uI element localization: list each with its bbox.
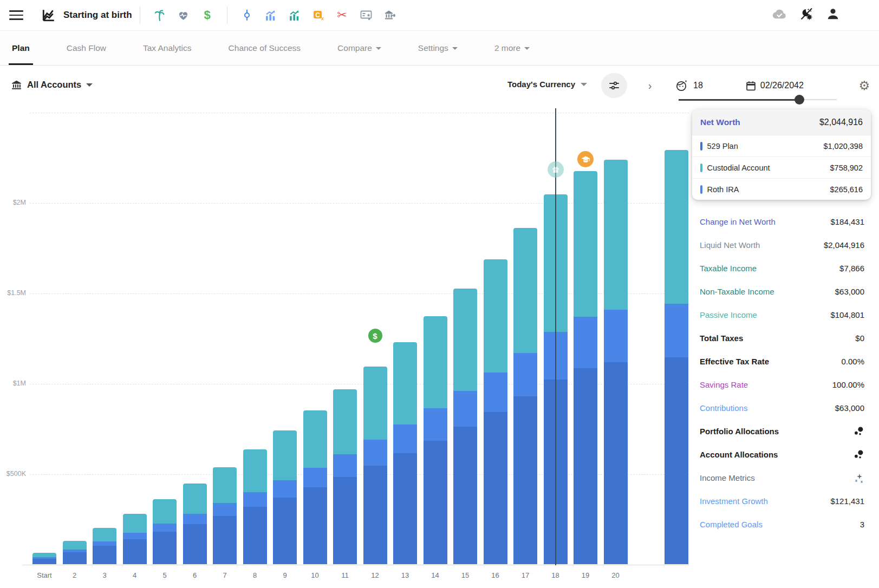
bar-6[interactable]: [183, 484, 207, 564]
tab-settings[interactable]: Settings: [415, 31, 461, 65]
bar-segment-529-plan: [93, 546, 116, 564]
graduation-badge[interactable]: [577, 151, 594, 167]
bubble-chart-icon[interactable]: [853, 449, 864, 460]
metric-label: Taxable Income: [700, 264, 757, 273]
metric-row-non-taxable-income[interactable]: Non-Taxable Income$63,000: [692, 280, 871, 303]
metric-row-portfolio-allocations[interactable]: Portfolio Allocations: [692, 420, 871, 443]
plan-chart-logo-icon: [41, 4, 57, 26]
bar-hidden[interactable]: [665, 150, 688, 564]
chart-filters-button[interactable]: [601, 73, 627, 98]
cut-expenses-scissors-icon[interactable]: ✂: [330, 4, 354, 26]
bar-segment-custodial-account: [574, 171, 597, 317]
app-root: Starting at birth $ Cx ✂: [0, 0, 879, 588]
bar-4[interactable]: [123, 514, 147, 564]
bar-12[interactable]: [363, 367, 387, 564]
age-slider-fill: [679, 99, 799, 101]
gift-badge[interactable]: [548, 161, 564, 178]
metric-row-total-taxes[interactable]: Total Taxes$0: [692, 326, 871, 350]
tab-compare[interactable]: Compare: [334, 31, 385, 65]
bar-8[interactable]: [243, 449, 267, 564]
metric-row-taxable-income[interactable]: Taxable Income$7,866: [692, 257, 871, 280]
metric-row-investment-growth[interactable]: Investment Growth$121,431: [692, 489, 871, 513]
bar-3[interactable]: [93, 528, 116, 564]
net-worth-header-row[interactable]: Net Worth $2,044,916: [692, 109, 871, 135]
plan-title: Starting at birth: [63, 10, 132, 21]
bar-segment-roth-ira: [153, 524, 177, 532]
bar-17[interactable]: [513, 228, 537, 564]
metric-row-account-allocations[interactable]: Account Allocations: [692, 443, 871, 466]
tab-plan[interactable]: Plan: [9, 31, 33, 65]
settings-gear-icon[interactable]: ⚙: [858, 79, 870, 93]
bank-transfer-out-icon[interactable]: [378, 4, 402, 26]
health-heart-icon[interactable]: [172, 4, 196, 26]
bar-segment-529-plan: [123, 539, 147, 564]
bar-segment-529-plan: [32, 559, 56, 564]
metric-row-change-in-net-worth[interactable]: Change in Net Worth$184,431: [692, 210, 871, 233]
panel-collapse-chevron[interactable]: ›: [643, 79, 656, 92]
tab-label: Settings: [418, 43, 448, 53]
dollar-badge[interactable]: $: [367, 328, 383, 344]
bar-segment-529-plan: [393, 453, 417, 564]
metric-row-effective-tax-rate[interactable]: Effective Tax Rate0.00%: [692, 350, 871, 373]
currency-mode-dropdown[interactable]: Today's Currency: [507, 80, 587, 89]
bar-Start[interactable]: [32, 553, 56, 564]
accounts-filter-dropdown[interactable]: All Accounts: [11, 79, 93, 90]
tab-cash-flow[interactable]: Cash Flow: [63, 31, 109, 65]
bar-16[interactable]: [484, 259, 507, 564]
tab-2-more[interactable]: 2 more: [491, 31, 533, 65]
growth-chart-green-icon[interactable]: [283, 4, 307, 26]
metric-value: $0: [855, 334, 864, 343]
retirement-palm-icon[interactable]: [148, 4, 172, 26]
metric-label: Portfolio Allocations: [700, 427, 779, 436]
bar-segment-custodial-account: [484, 259, 507, 373]
tab-label: Tax Analytics: [143, 43, 192, 53]
currency-off-icon[interactable]: Cx: [307, 4, 330, 26]
metric-row-income-metrics[interactable]: Income Metricsxx: [692, 466, 871, 489]
bar-segment-roth-ira: [333, 454, 357, 477]
dark-mode-toggle-icon[interactable]: [799, 6, 814, 24]
bar-20[interactable]: [604, 160, 628, 564]
bubble-chart-icon[interactable]: [853, 426, 864, 437]
bar-segment-529-plan: [273, 498, 297, 564]
bar-5[interactable]: [153, 499, 177, 564]
insights-icon[interactable]: xx: [852, 472, 864, 484]
account-avatar-icon[interactable]: [826, 7, 840, 23]
bar-11[interactable]: [333, 389, 357, 564]
metric-value: 100.00%: [832, 380, 864, 389]
bar-segment-roth-ira: [604, 310, 628, 362]
metric-row-completed-goals[interactable]: Completed Goals3: [692, 513, 871, 536]
bar-19[interactable]: [574, 171, 597, 564]
milestone-commit-icon[interactable]: [235, 4, 259, 26]
account-row-529-plan[interactable]: 529 Plan$1,020,398: [692, 135, 871, 156]
cashflow-chart-blue-icon[interactable]: [259, 4, 283, 26]
metric-row-liquid-net-worth[interactable]: Liquid Net Worth$2,044,916: [692, 233, 871, 257]
bar-2[interactable]: [63, 541, 87, 564]
bar-7[interactable]: [213, 467, 237, 564]
bar-14[interactable]: [424, 316, 447, 564]
account-row-custodial-account[interactable]: Custodial Account$758,902: [692, 156, 871, 178]
age-slider[interactable]: [679, 95, 837, 104]
bar-segment-529-plan: [183, 524, 207, 564]
account-value: $1,020,398: [823, 142, 863, 151]
bar-10[interactable]: [303, 410, 327, 564]
tab-chance-of-success[interactable]: Chance of Success: [225, 31, 304, 65]
bar-segment-custodial-account: [123, 514, 147, 532]
menu-icon[interactable]: [9, 10, 23, 20]
x-axis-tick-label: 18: [541, 571, 571, 579]
metric-row-savings-rate[interactable]: Savings Rate100.00%: [692, 373, 871, 396]
bar-segment-roth-ira: [243, 492, 267, 507]
age-slider-thumb[interactable]: [795, 95, 804, 104]
metric-row-passive-income[interactable]: Passive Income$104,801: [692, 303, 871, 326]
tab-tax-analytics[interactable]: Tax Analytics: [140, 31, 195, 65]
x-axis-tick-label: Start: [29, 571, 60, 579]
income-dollar-icon[interactable]: $: [196, 4, 219, 26]
bar-15[interactable]: [453, 289, 477, 564]
metric-row-contributions[interactable]: Contributions$63,000: [692, 396, 871, 420]
bar-9[interactable]: [273, 430, 297, 564]
metric-value: $2,044,916: [824, 240, 864, 250]
certificate-icon[interactable]: [354, 4, 378, 26]
bar-segment-529-plan: [63, 552, 87, 564]
bar-13[interactable]: [393, 342, 417, 564]
x-axis-tick-label: 8: [240, 571, 270, 579]
account-row-roth-ira[interactable]: Roth IRA$265,616: [692, 178, 871, 200]
